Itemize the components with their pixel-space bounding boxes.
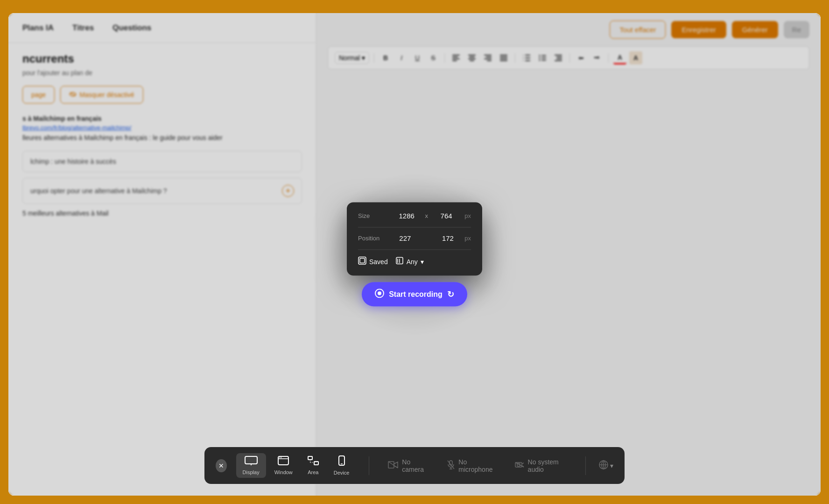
system-audio-off-icon <box>515 461 524 470</box>
device-label: Device <box>334 470 350 476</box>
svg-rect-33 <box>360 259 365 263</box>
area-option[interactable]: Area <box>301 453 325 478</box>
size-height: 764 <box>432 212 461 220</box>
no-system-audio-label: No system audio <box>528 458 567 473</box>
saved-icon <box>358 257 366 266</box>
position-row: Position 227 172 px <box>358 234 471 242</box>
popup-divider-1 <box>358 227 471 228</box>
svg-rect-39 <box>245 456 257 464</box>
camera-off-icon <box>388 461 398 470</box>
no-microphone-label: No microphone <box>458 458 494 473</box>
window-icon <box>278 456 289 468</box>
display-icon <box>245 456 258 468</box>
bottom-recording-bar: ✕ Display <box>204 447 625 484</box>
start-recording-button[interactable]: Start recording ↻ <box>362 282 467 307</box>
no-microphone-option[interactable]: No microphone <box>442 458 499 473</box>
size-width: 1286 <box>392 212 421 220</box>
spinner-icon: ↻ <box>447 289 454 300</box>
globe-icon <box>599 460 608 471</box>
no-camera-option[interactable]: No camera <box>382 458 432 473</box>
svg-point-38 <box>378 292 381 295</box>
globe-option[interactable]: ▾ <box>599 460 613 471</box>
no-camera-label: No camera <box>402 458 427 473</box>
saved-label: Saved <box>369 258 388 265</box>
close-icon: ✕ <box>218 462 224 469</box>
saved-button[interactable]: Saved <box>358 257 388 266</box>
microphone-off-icon <box>447 460 455 471</box>
start-recording-label: Start recording <box>389 290 443 299</box>
recording-options: Display Window <box>236 453 356 478</box>
area-icon <box>308 456 319 468</box>
device-option[interactable]: Device <box>327 453 356 478</box>
size-popup: Size 1286 x 764 px Position 227 172 px <box>347 203 482 276</box>
recording-icon <box>375 289 384 300</box>
position-y: 172 <box>435 234 461 242</box>
bar-separator-1 <box>369 456 369 475</box>
position-label: Position <box>358 235 388 242</box>
size-x-separator: x <box>425 212 428 219</box>
app-window: Plans IA Titres Questions ncurrents pour… <box>8 13 821 496</box>
device-icon <box>338 455 345 468</box>
size-row: Size 1286 x 764 px <box>358 212 471 220</box>
recording-container: Size 1286 x 764 px Position 227 172 px <box>347 203 482 307</box>
area-label: Area <box>308 469 318 475</box>
saved-row: Saved Any ▾ <box>358 257 471 266</box>
display-label: Display <box>243 469 260 475</box>
window-label: Window <box>274 469 293 475</box>
svg-rect-46 <box>308 456 312 460</box>
close-button[interactable]: ✕ <box>216 459 227 472</box>
device-icon <box>395 257 404 266</box>
any-button[interactable]: Any ▾ <box>395 257 424 266</box>
any-arrow-icon: ▾ <box>421 258 424 265</box>
display-option[interactable]: Display <box>236 453 266 478</box>
popup-divider-2 <box>358 250 471 250</box>
any-label: Any <box>407 258 418 265</box>
position-x: 227 <box>392 234 418 242</box>
svg-rect-47 <box>314 462 318 465</box>
window-option[interactable]: Window <box>268 453 299 478</box>
svg-point-44 <box>280 457 281 458</box>
no-system-audio-option[interactable]: No system audio <box>509 458 573 473</box>
globe-arrow-icon: ▾ <box>610 462 613 469</box>
position-unit: px <box>464 235 471 242</box>
bar-separator-2 <box>585 456 586 475</box>
svg-point-45 <box>281 457 282 458</box>
size-unit: px <box>464 212 471 219</box>
size-label: Size <box>358 212 388 219</box>
